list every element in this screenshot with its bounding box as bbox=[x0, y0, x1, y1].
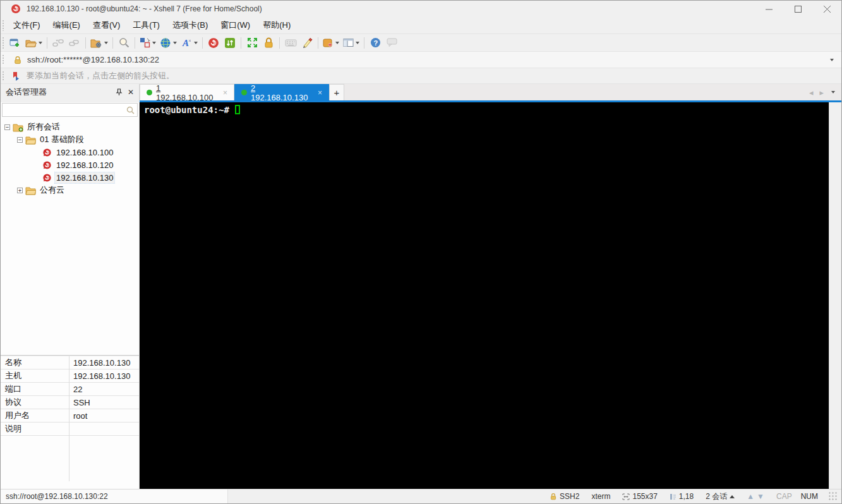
menu-window[interactable]: 窗口(W) bbox=[214, 17, 256, 33]
session-nav-arrows: ▲ ▼ bbox=[743, 492, 768, 501]
search-input[interactable] bbox=[3, 104, 124, 116]
collapse-toggle[interactable]: − bbox=[17, 137, 23, 143]
dropdown-caret[interactable] bbox=[194, 42, 198, 44]
tabs: 1 192.168.10.100 × 2 192.168.10.130 × + … bbox=[140, 84, 841, 100]
dropdown-caret[interactable] bbox=[356, 42, 359, 44]
session-search[interactable] bbox=[2, 103, 138, 117]
tab-close-icon[interactable]: × bbox=[223, 88, 227, 97]
font-button[interactable]: A bbox=[179, 35, 200, 51]
status-session-count[interactable]: 2 会话 bbox=[702, 491, 738, 502]
property-row-host: 主机 192.168.10.130 bbox=[1, 369, 139, 383]
find-button[interactable] bbox=[116, 35, 132, 51]
menu-tools[interactable]: 工具(T) bbox=[126, 17, 166, 33]
highlight-pen-button[interactable] bbox=[299, 35, 315, 51]
terminal-scrollbar[interactable] bbox=[829, 102, 841, 489]
terminal-area[interactable]: root@ubuntu24:~# bbox=[140, 102, 841, 489]
pin-icon[interactable] bbox=[116, 88, 123, 96]
new-tab-button[interactable]: + bbox=[329, 84, 344, 100]
xshell-app-button[interactable] bbox=[205, 35, 222, 51]
menu-file[interactable]: 文件(F) bbox=[7, 17, 47, 33]
dropdown-caret[interactable] bbox=[39, 42, 42, 44]
panel-close-icon[interactable]: ✕ bbox=[128, 88, 134, 97]
collapse-toggle[interactable]: − bbox=[4, 124, 10, 130]
addressbar-grip[interactable] bbox=[2, 54, 5, 65]
status-bar: ssh://root@192.168.10.130:22 SSH2 xterm … bbox=[1, 489, 841, 503]
tree-item-all-sessions[interactable]: − 所有会话 bbox=[1, 121, 139, 133]
menubar-grip[interactable] bbox=[2, 20, 5, 31]
sessions-popup-caret[interactable] bbox=[730, 495, 735, 498]
xshell-app-icon bbox=[208, 37, 219, 49]
help-button[interactable]: ? bbox=[367, 35, 383, 51]
window-title: 192.168.10.130 - root@ubuntu24: ~ - Xshe… bbox=[27, 4, 262, 13]
address-url[interactable]: ssh://root:******@192.168.10.130:22 bbox=[27, 55, 159, 64]
feedback-icon bbox=[387, 38, 397, 47]
open-session-button[interactable] bbox=[23, 35, 44, 51]
cursor-position-icon bbox=[670, 493, 677, 500]
menu-view[interactable]: 查看(V) bbox=[87, 17, 126, 33]
address-dropdown-caret[interactable] bbox=[830, 59, 834, 61]
menu-edit[interactable]: 编辑(E) bbox=[47, 17, 87, 33]
tree-item-session-100[interactable]: 192.168.10.100 bbox=[1, 146, 139, 159]
dropdown-caret[interactable] bbox=[335, 42, 339, 44]
tab-session-2[interactable]: 2 192.168.10.130 × bbox=[234, 84, 329, 100]
virtual-keyboard-icon bbox=[285, 39, 297, 47]
shell-prompt: root@ubuntu24:~# bbox=[144, 105, 229, 115]
tree-item-folder-public-cloud[interactable]: + 公有云 bbox=[1, 184, 139, 196]
info-message: 要添加当前会话，点击左侧的箭头按钮。 bbox=[27, 70, 174, 81]
xftp-app-button[interactable] bbox=[222, 35, 238, 51]
tab-list-caret[interactable] bbox=[831, 91, 835, 93]
prev-session-icon[interactable]: ▲ bbox=[747, 492, 754, 501]
fullscreen-button[interactable] bbox=[244, 35, 260, 51]
dropdown-caret[interactable] bbox=[173, 42, 177, 44]
new-layout-button[interactable] bbox=[321, 35, 341, 51]
xftp-app-icon bbox=[224, 37, 236, 49]
web-browser-button[interactable] bbox=[158, 35, 179, 51]
menu-help[interactable]: 帮助(H) bbox=[256, 17, 297, 33]
new-session-button[interactable] bbox=[7, 35, 23, 51]
find-icon bbox=[119, 37, 129, 48]
titlebar: 192.168.10.130 - root@ubuntu24: ~ - Xshe… bbox=[1, 1, 841, 17]
resize-grip[interactable] bbox=[829, 492, 838, 501]
tree-item-session-120[interactable]: 192.168.10.120 bbox=[1, 159, 139, 171]
tile-layout-button[interactable] bbox=[341, 35, 361, 51]
tab-scroll-left-icon[interactable]: ◂ bbox=[809, 88, 814, 97]
dropdown-caret[interactable] bbox=[104, 42, 108, 44]
session-properties-button[interactable] bbox=[88, 35, 110, 51]
status-cursor-position: 1,18 bbox=[666, 492, 697, 501]
tab-scroll-right-icon[interactable]: ▸ bbox=[819, 88, 824, 97]
virtual-keyboard-button bbox=[282, 35, 299, 51]
help-icon: ? bbox=[370, 37, 381, 48]
disconnect-icon bbox=[52, 38, 64, 48]
menu-tabs[interactable]: 选项卡(B) bbox=[166, 17, 214, 33]
status-connection-url: ssh://root@192.168.10.130:22 bbox=[1, 489, 228, 503]
minimize-button[interactable] bbox=[754, 1, 783, 17]
dropdown-caret[interactable] bbox=[152, 42, 156, 44]
expand-toggle[interactable]: + bbox=[17, 188, 23, 193]
tree-item-session-130[interactable]: 192.168.10.130 bbox=[1, 171, 139, 184]
arrange-button[interactable] bbox=[138, 35, 158, 51]
tab-session-1[interactable]: 1 192.168.10.100 × bbox=[140, 84, 234, 100]
new-session-icon bbox=[9, 37, 21, 49]
folder-icon bbox=[25, 186, 36, 195]
status-terminal-type[interactable]: xterm bbox=[587, 492, 614, 501]
address-lock-icon bbox=[13, 56, 22, 64]
address-bar[interactable]: ssh://root:******@192.168.10.130:22 bbox=[1, 52, 841, 68]
feedback-button bbox=[383, 35, 400, 51]
toolbar-grip[interactable] bbox=[2, 37, 5, 49]
svg-text:A: A bbox=[182, 38, 189, 48]
next-session-icon[interactable]: ▼ bbox=[757, 492, 764, 501]
disconnect-button bbox=[50, 35, 66, 51]
lock-screen-button[interactable] bbox=[260, 35, 277, 51]
property-row-port: 端口 22 bbox=[1, 383, 139, 396]
session-manager-header: 会话管理器 ✕ bbox=[1, 84, 140, 100]
tree-item-folder-01[interactable]: − 01 基础阶段 bbox=[1, 133, 139, 146]
xshell-session-icon bbox=[42, 173, 52, 183]
infobar-grip[interactable] bbox=[2, 71, 5, 81]
close-button[interactable] bbox=[812, 1, 841, 17]
maximize-button[interactable] bbox=[783, 1, 812, 17]
tab-close-icon[interactable]: × bbox=[318, 88, 322, 97]
menu-bar: 文件(F) 编辑(E) 查看(V) 工具(T) 选项卡(B) 窗口(W) 帮助(… bbox=[1, 17, 841, 34]
connected-dot-icon bbox=[241, 90, 247, 95]
terminal-cursor bbox=[235, 105, 240, 114]
ssh-lock-icon bbox=[550, 493, 557, 500]
